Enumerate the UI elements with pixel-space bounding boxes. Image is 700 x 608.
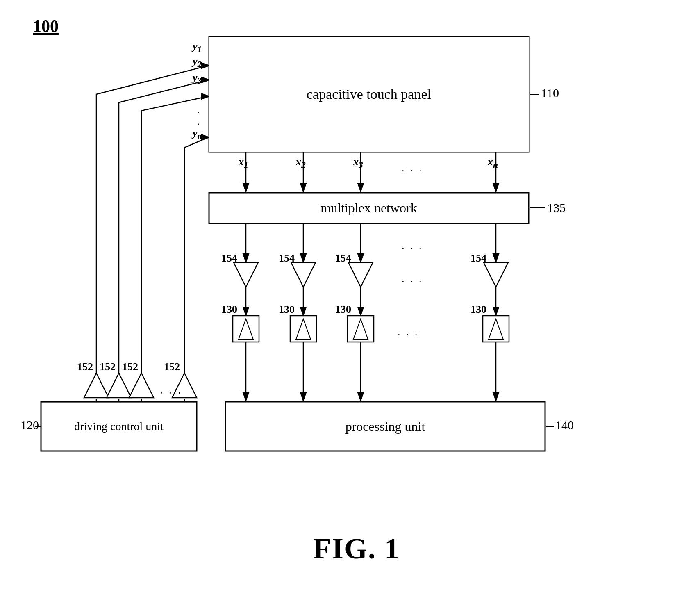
multiplex-label: multiplex network bbox=[320, 200, 417, 216]
processing-label: processing unit bbox=[345, 419, 425, 434]
ref-154-2: 154 bbox=[279, 252, 295, 264]
ref-130-n: 130 bbox=[470, 303, 486, 316]
svg-marker-48 bbox=[129, 373, 154, 398]
diagram-container: 100 bbox=[33, 16, 680, 570]
driving-label: driving control unit bbox=[74, 420, 164, 433]
ref-152-3: 152 bbox=[122, 361, 138, 373]
svg-marker-47 bbox=[107, 373, 131, 398]
proc-dots: . . . bbox=[398, 326, 419, 338]
ref-130-3: 130 bbox=[335, 303, 351, 316]
x3-label: x3 bbox=[353, 156, 363, 170]
ref-135: 135 bbox=[547, 201, 566, 215]
x1-label: x1 bbox=[239, 156, 248, 170]
processing-unit-box: processing unit bbox=[225, 402, 545, 451]
svg-line-7 bbox=[96, 66, 208, 94]
ref-140: 140 bbox=[555, 418, 574, 432]
ref-154-3: 154 bbox=[335, 252, 351, 264]
ref-154-n: 154 bbox=[470, 252, 486, 264]
svg-marker-28 bbox=[348, 262, 373, 287]
ref-152-1: 152 bbox=[77, 361, 93, 373]
ref-130-2: 130 bbox=[279, 303, 295, 316]
x-dots: . . . bbox=[402, 162, 423, 174]
ref-152-2: 152 bbox=[100, 361, 116, 373]
figure-label: FIG. 1 bbox=[313, 532, 400, 566]
svg-marker-27 bbox=[291, 262, 316, 287]
touch-panel-label: capacitive touch panel bbox=[307, 87, 431, 102]
driving-unit-box: driving control unit bbox=[41, 402, 197, 451]
xn-label: xn bbox=[488, 156, 498, 170]
y1-label: y1 bbox=[193, 40, 202, 55]
touch-panel-box: capacitive touch panel bbox=[209, 37, 529, 152]
driver-dots: . . . bbox=[160, 383, 182, 396]
y2-label: y2 bbox=[193, 55, 202, 70]
svg-marker-46 bbox=[84, 373, 109, 398]
ym-label: ym bbox=[193, 127, 204, 141]
svg-marker-29 bbox=[484, 262, 508, 287]
svg-marker-26 bbox=[234, 262, 258, 287]
ref-154-1: 154 bbox=[221, 252, 237, 264]
x2-label: x2 bbox=[296, 156, 306, 170]
ref-110: 110 bbox=[541, 86, 559, 100]
ref-120: 120 bbox=[20, 418, 39, 432]
ref-152-m: 152 bbox=[164, 361, 180, 373]
y3-label: y3 bbox=[193, 72, 202, 86]
multiplex-network-box: multiplex network bbox=[209, 193, 529, 223]
buf-dots: . . . bbox=[402, 273, 423, 285]
ref-130-1: 130 bbox=[221, 303, 237, 316]
mux-dots: . . . bbox=[402, 240, 423, 252]
